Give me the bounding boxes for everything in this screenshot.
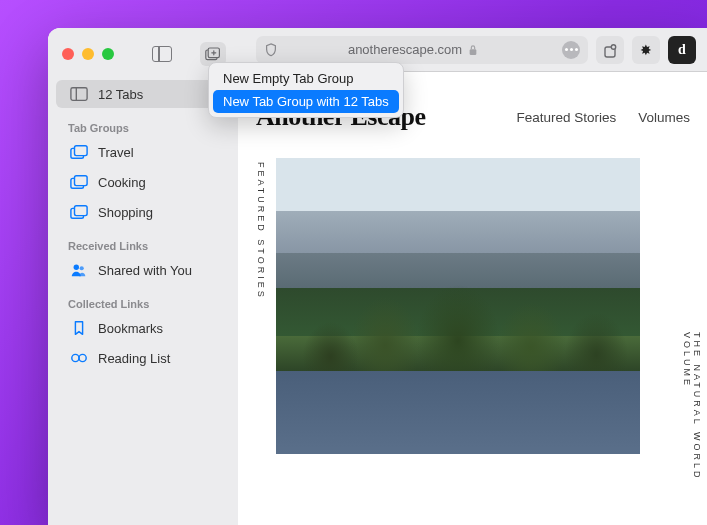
vertical-label-right: THE NATURAL WORLD VOLUME bbox=[682, 332, 702, 525]
site-nav: Featured Stories Volumes bbox=[516, 110, 690, 125]
sun-icon: ✸ bbox=[640, 42, 652, 58]
sidebar-shared-with-you[interactable]: Shared with You bbox=[56, 256, 230, 284]
nav-volumes[interactable]: Volumes bbox=[638, 110, 690, 125]
site-settings-icon[interactable] bbox=[562, 41, 580, 59]
sharesheet-icon bbox=[603, 42, 617, 58]
sidebar-bookmarks[interactable]: Bookmarks bbox=[56, 314, 230, 342]
svg-point-14 bbox=[72, 354, 79, 361]
section-header-received-links: Received Links bbox=[48, 228, 238, 256]
sidebar-reading-list[interactable]: Reading List bbox=[56, 344, 230, 372]
sidebar-group-shopping[interactable]: Shopping bbox=[56, 198, 230, 226]
extension-d-button[interactable]: d bbox=[668, 36, 696, 64]
svg-rect-9 bbox=[75, 176, 88, 186]
menu-new-empty-tab-group[interactable]: New Empty Tab Group bbox=[213, 67, 399, 90]
svg-point-18 bbox=[611, 44, 615, 48]
bookmark-icon bbox=[70, 320, 88, 336]
maximize-window-button[interactable] bbox=[102, 48, 114, 60]
sidebar-item-label: Shared with You bbox=[98, 263, 192, 278]
hero-image[interactable] bbox=[276, 158, 640, 454]
tab-group-icon bbox=[70, 174, 88, 190]
vertical-label-left: FEATURED STORIES bbox=[256, 158, 266, 300]
section-header-collected-links: Collected Links bbox=[48, 286, 238, 314]
tab-group-plus-icon bbox=[205, 47, 221, 61]
nav-featured-stories[interactable]: Featured Stories bbox=[516, 110, 616, 125]
svg-point-12 bbox=[74, 265, 79, 270]
address-domain: anotherescape.com bbox=[270, 42, 556, 57]
sidebar-group-travel[interactable]: Travel bbox=[56, 138, 230, 166]
sidebar-item-label: Travel bbox=[98, 145, 134, 160]
svg-point-13 bbox=[80, 266, 84, 270]
hero-section: FEATURED STORIES bbox=[238, 158, 707, 454]
sidebar-item-label: Cooking bbox=[98, 175, 146, 190]
svg-rect-7 bbox=[75, 146, 88, 156]
svg-rect-11 bbox=[75, 206, 88, 216]
sidebar-tabs-label: 12 Tabs bbox=[98, 87, 143, 102]
new-tab-group-menu: New Empty Tab Group New Tab Group with 1… bbox=[208, 62, 404, 118]
svg-point-15 bbox=[79, 354, 86, 361]
sidebar-item-label: Shopping bbox=[98, 205, 153, 220]
tabs-icon bbox=[70, 86, 88, 102]
extension-sun-button[interactable]: ✸ bbox=[632, 36, 660, 64]
d-icon: d bbox=[678, 42, 686, 58]
menu-new-tab-group-with-tabs[interactable]: New Tab Group with 12 Tabs bbox=[213, 90, 399, 113]
tab-group-icon bbox=[70, 144, 88, 160]
extension-share-button[interactable] bbox=[596, 36, 624, 64]
sidebar-item-label: Bookmarks bbox=[98, 321, 163, 336]
minimize-window-button[interactable] bbox=[82, 48, 94, 60]
svg-rect-4 bbox=[71, 88, 87, 101]
reading-list-icon bbox=[70, 350, 88, 366]
webpage-content: Another Escape Featured Stories Volumes … bbox=[238, 72, 707, 525]
sidebar-toggle-icon[interactable] bbox=[152, 46, 172, 62]
close-window-button[interactable] bbox=[62, 48, 74, 60]
sidebar-group-cooking[interactable]: Cooking bbox=[56, 168, 230, 196]
sidebar-tabs-row[interactable]: 12 Tabs bbox=[56, 80, 230, 108]
address-bar[interactable]: anotherescape.com bbox=[256, 36, 588, 64]
tab-group-icon bbox=[70, 204, 88, 220]
svg-rect-16 bbox=[470, 49, 477, 55]
shared-people-icon bbox=[70, 262, 88, 278]
sidebar-item-label: Reading List bbox=[98, 351, 170, 366]
lock-icon bbox=[468, 44, 478, 56]
